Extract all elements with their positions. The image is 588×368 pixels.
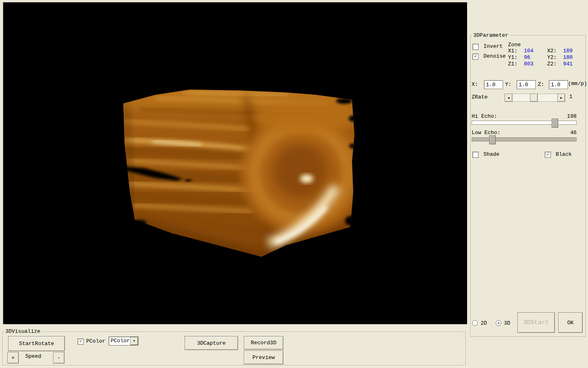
capture3d-button[interactable]: 3DCapture [185,336,238,350]
scale-z-input[interactable] [549,80,568,89]
scale-unit-label: (mm/p) [568,81,587,87]
pcolor-dropdown-arrow-icon[interactable]: ▼ [130,337,138,345]
denoise-checkbox[interactable]: ✓ [472,54,479,60]
pcolor-check-icon: ✓ [79,339,82,344]
zone-z2-label: Z2: [547,61,557,67]
invert-label: Invert [483,43,503,49]
zone-z1-value: 803 [524,61,533,67]
zone-x1-label: X1: [508,48,517,54]
denoise-label: Denoise [483,53,506,59]
denoise-check-icon: ✓ [474,54,477,59]
hi-echo-slider-thumb[interactable] [552,119,558,128]
scale-y-input[interactable] [517,80,536,89]
zone-z2-value: 941 [563,61,572,67]
invert-checkbox[interactable] [472,44,479,50]
zone-title: Zone [508,42,521,48]
volume-render-3d [116,80,361,262]
scroll-right-glyph: ► [560,96,562,100]
scale-x-input[interactable] [484,80,503,89]
zrate-label: ZRate [472,94,488,100]
pcolor-checkbox[interactable]: ✓ [78,339,84,345]
black-label: Black [556,151,572,157]
zone-x2-value: 189 [563,48,572,54]
hi-echo-slider-track[interactable] [472,121,577,125]
zone-y1-label: Y1: [508,54,517,61]
shade-checkbox[interactable] [472,152,479,158]
mode-3d-dot: ● [498,322,499,325]
render-viewport[interactable] [3,2,467,324]
zone-x2-label: X2: [547,48,557,54]
preview-button[interactable]: Preview [244,350,283,364]
zrate-scroll-left-icon[interactable]: ◄ [505,94,512,102]
zone-x1-value: 104 [524,48,533,54]
low-echo-slider-thumb[interactable] [489,135,496,144]
speed-label: Speed [25,353,41,359]
low-echo-label: Low Echo: [472,130,500,136]
zrate-scroll-thumb[interactable] [530,94,538,102]
speed-minus-button[interactable]: - [53,352,65,364]
mode-3d-radio[interactable]: ● [496,320,501,326]
mode-2d-label: 2D [481,320,487,326]
black-check-icon: ✓ [546,153,549,157]
dropdown-arrow-glyph: ▼ [133,339,135,343]
mode-3d-label: 3D [504,320,510,326]
zone-z1-label: Z1: [508,61,517,67]
visualize-group-title: 3DVisualize [4,328,42,334]
start3d-button[interactable]: 3DStart [517,312,555,333]
mode-2d-radio[interactable] [472,320,478,326]
zrate-scroll-right-icon[interactable]: ► [557,94,565,102]
scale-y-label: Y: [505,81,512,88]
zone-y2-label: Y2: [547,54,557,61]
pcolor-dropdown[interactable]: PColor ▼ [109,337,138,346]
zrate-value: 1 [569,94,572,100]
low-echo-value: 46 [559,130,577,136]
speed-plus-button[interactable]: + [7,352,19,364]
zone-y2-value: 180 [563,54,572,61]
zone-y1-value: 96 [524,54,530,61]
record3d-button[interactable]: Record3D [244,336,283,350]
black-checkbox[interactable]: ✓ [545,152,551,158]
start-rotate-button[interactable]: StartRotate [8,336,65,351]
hi-echo-label: Hi Echo: [472,113,497,119]
parameter-group-title: 3DParameter [472,32,510,38]
pcolor-dropdown-value: PColor [109,337,130,345]
ok-button[interactable]: OK [558,312,583,333]
scale-x-label: X: [472,81,478,88]
pcolor-label: PColor [86,338,105,344]
shade-label: Shade [483,151,499,157]
hi-echo-value: 198 [559,113,577,119]
scroll-left-glyph: ◄ [508,96,510,100]
scale-z-label: Z: [538,81,544,88]
low-echo-slider-track[interactable] [472,137,577,141]
